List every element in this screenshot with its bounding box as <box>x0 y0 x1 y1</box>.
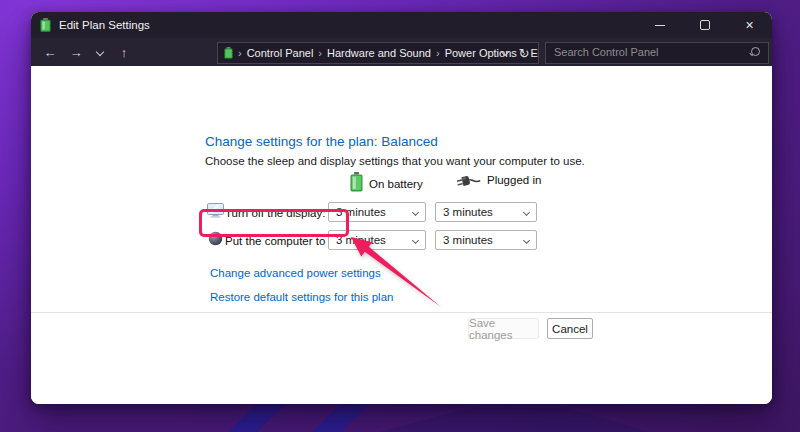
display-icon <box>207 203 224 218</box>
search-box <box>545 42 769 64</box>
minimize-button[interactable] <box>637 12 682 38</box>
maximize-button[interactable] <box>682 12 727 38</box>
back-icon: ← <box>44 45 57 60</box>
refresh-button[interactable]: ↻ <box>514 46 534 61</box>
address-bar[interactable]: › Control Panel › Hardware and Sound › P… <box>217 42 539 64</box>
sleep-icon <box>207 231 224 246</box>
chevron-down-icon <box>501 48 509 56</box>
search-input[interactable] <box>546 43 744 61</box>
annotation-arrow-icon <box>340 223 450 318</box>
row-label-turn-off-display: Turn off the display: <box>225 207 325 219</box>
breadcrumb-separator: › <box>318 47 322 59</box>
chevron-down-icon <box>96 47 104 55</box>
window-title: Edit Plan Settings <box>59 19 150 31</box>
title-bar: Edit Plan Settings × <box>31 12 772 38</box>
up-button[interactable]: ↑ <box>111 45 137 60</box>
save-changes-button[interactable]: Save changes <box>468 318 539 339</box>
select-display-on-battery[interactable]: 3 minutes <box>328 202 426 222</box>
breadcrumb-hardware-and-sound[interactable]: Hardware and Sound <box>327 47 431 59</box>
breadcrumb-separator: › <box>436 47 440 59</box>
plug-icon <box>457 172 481 188</box>
page-title: Change settings for the plan: Balanced <box>205 134 438 149</box>
chevron-down-icon <box>412 209 419 216</box>
battery-icon <box>350 172 363 192</box>
selected-value: 3 minutes <box>443 234 493 246</box>
navigation-toolbar: ← → ↑ › Control Panel › Hardware and Sou… <box>31 38 772 66</box>
select-sleep-plugged-in[interactable]: 3 minutes <box>435 230 537 250</box>
selected-value: 3 minutes <box>336 206 386 218</box>
recent-pages-button[interactable] <box>89 45 111 60</box>
chevron-down-icon <box>523 237 530 244</box>
column-header-on-battery: On battery <box>350 172 423 192</box>
column-header-plugged-in: Plugged in <box>457 172 541 188</box>
forward-icon: → <box>70 45 83 60</box>
breadcrumb-control-panel[interactable]: Control Panel <box>247 47 314 59</box>
maximize-icon <box>700 20 710 30</box>
close-button[interactable]: × <box>727 12 772 38</box>
caption-controls: × <box>637 12 772 38</box>
edit-plan-settings-window: Edit Plan Settings × ← → ↑ › Control Pan… <box>31 12 772 404</box>
page-subtitle: Choose the sleep and display settings th… <box>205 155 585 167</box>
select-display-plugged-in[interactable]: 3 minutes <box>435 202 537 222</box>
power-battery-icon <box>224 47 233 59</box>
on-battery-label: On battery <box>369 178 423 190</box>
cancel-button[interactable]: Cancel <box>547 318 593 339</box>
chevron-down-icon <box>523 209 530 216</box>
refresh-icon: ↻ <box>519 46 530 61</box>
close-icon: × <box>745 18 753 32</box>
breadcrumb-separator: › <box>238 47 242 59</box>
minimize-icon <box>655 25 665 26</box>
back-button[interactable]: ← <box>37 45 63 60</box>
address-dropdown-button[interactable] <box>496 47 514 59</box>
plugged-in-label: Plugged in <box>487 174 541 186</box>
selected-value: 3 minutes <box>443 206 493 218</box>
up-icon: ↑ <box>121 45 128 60</box>
forward-button[interactable]: → <box>63 45 89 60</box>
power-battery-icon <box>40 18 51 32</box>
search-icon[interactable] <box>751 47 760 56</box>
